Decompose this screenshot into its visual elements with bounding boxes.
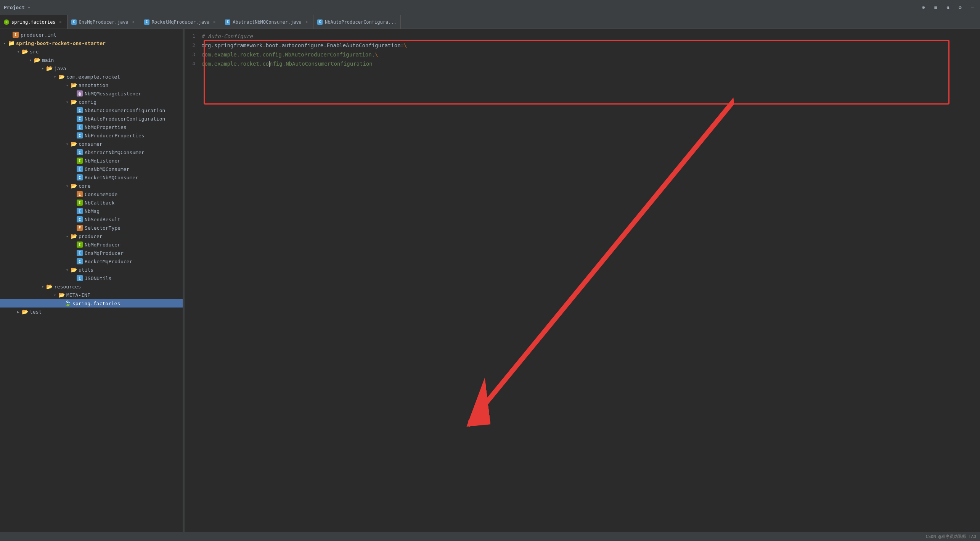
tree-item-com-example[interactable]: ▾ 📂 com.example.rocket [0,72,183,81]
tab-abstract-consumer[interactable]: C AbstractNbMQConsumer.java × [221,15,313,29]
structure-icon[interactable]: ≡ [932,4,940,11]
tree-item-NbAutoConsumerConfig[interactable]: C NbAutoConsumerConfiguration [0,106,183,114]
tree-item-SelectorType[interactable]: E SelectorType [0,224,183,232]
tree-item-OnsNbMQConsumer[interactable]: C OnsNbMQConsumer [0,165,183,173]
expand-arrow-meta[interactable]: ▾ [52,292,58,298]
expand-arrow-producer[interactable]: ▾ [64,233,70,239]
tree-item-NbMqProperties[interactable]: C NbMqProperties [0,123,183,131]
top-bar: Project ▾ ⊕ ≡ ⇅ ⚙ — [0,0,980,15]
folder-icon-producer: 📂 [70,233,77,240]
tab-nb-auto-producer[interactable]: C NbAutoProducerConfigura... [313,15,401,29]
tree-item-consumer[interactable]: ▾ 📂 consumer [0,140,183,148]
tree-item-main[interactable]: ▾ 📂 main [0,56,183,64]
JSONUtils-label: JSONUtils [85,275,111,281]
tree-item-src[interactable]: ▾ 📂 src [0,47,183,56]
tab-rocket-mq-producer[interactable]: C RocketMqProducer.java × [140,15,222,29]
annotation-label: annotation [79,82,108,88]
tree-item-producer[interactable]: ▾ 📂 producer [0,232,183,240]
tab-close-spring-factories[interactable]: × [58,19,63,25]
tree-item-NbMqListener[interactable]: I NbMqListener [0,156,183,165]
expand-arrow-com[interactable]: ▾ [52,74,58,80]
project-label[interactable]: Project [4,5,25,10]
tab-close-rocket[interactable]: × [212,19,217,25]
tree-item-NbAutoProducerConfig[interactable]: C NbAutoProducerConfiguration [0,114,183,123]
tree-item-RocketMqProducer[interactable]: C RocketMqProducer [0,257,183,266]
producer-iml-label: producer.iml [21,32,56,38]
core-label: core [79,183,90,189]
resources-label: resources [54,284,81,290]
tab-spring-factories[interactable]: ⚙ spring.factories × [0,15,67,29]
tab-close-ons[interactable]: × [131,19,136,25]
tree-item-core[interactable]: ▾ 📂 core [0,182,183,190]
tree-item-meta-inf[interactable]: ▾ 📂 META-INF [0,291,183,299]
tab-close-abstract[interactable]: × [304,19,309,25]
tree-item-java[interactable]: ▾ 📂 java [0,64,183,72]
java-icon-rocket: C [144,19,149,25]
folder-icon-config: 📂 [70,98,77,105]
class-icon-NbMqProducer: I [76,241,83,248]
project-title-area: Project ▾ [4,5,30,10]
comment-text-1: # Auto-Configure [201,33,253,39]
OnsMqProducer-label: OnsMqProducer [85,250,124,256]
tree-item-AbstractNbMQConsumer[interactable]: C AbstractNbMQConsumer [0,148,183,156]
dot-prefix-3: co [201,52,208,58]
class-icon-ConsumeMode: E [76,191,83,198]
expand-arrow-src[interactable]: ▾ [15,48,21,55]
tree-item-config[interactable]: ▾ 📂 config [0,98,183,106]
tree-item-RocketNbMQConsumer[interactable]: C RocketNbMQConsumer [0,173,183,182]
editor-content[interactable]: 1 # Auto-Configure 2 org.springframework… [185,29,980,532]
NbMQMessageListener-label: NbMQMessageListener [85,91,141,97]
expand-arrow-utils[interactable]: ▾ [64,267,70,273]
tab-ons-mq-producer[interactable]: C OnsMqProducer.java × [67,15,140,29]
tree-item-test[interactable]: ▶ 📂 test [0,308,183,316]
expand-arrow-resources[interactable]: ▾ [40,283,46,290]
expand-arrow-config[interactable]: ▾ [64,99,70,105]
expand-arrow-root[interactable]: ▾ [2,40,8,46]
tree-item-OnsMqProducer[interactable]: C OnsMqProducer [0,249,183,257]
tree-item-spring-boot-root[interactable]: ▾ 📁 spring-boot-rocket-ons-starter [0,39,183,47]
tree-item-NbSendResult[interactable]: C NbSendResult [0,215,183,224]
spring-factories-file-icon: 🍃 [64,300,71,307]
tree-item-annotation[interactable]: ▾ 📂 annotation [0,81,183,89]
expand-arrow-consumer[interactable]: ▾ [64,141,70,147]
line-content-2: org.springframework.boot.autoconfigure.E… [200,42,980,48]
RocketNbMQConsumer-label: RocketNbMQConsumer [85,175,138,180]
tree-item-producer-iml[interactable]: I producer.iml [0,31,183,39]
NbMsg-label: NbMsg [85,208,100,214]
sort-icon[interactable]: ⇅ [944,4,952,11]
expand-arrow-core[interactable]: ▾ [64,183,70,189]
tree-item-utils[interactable]: ▾ 📂 utils [0,266,183,274]
folder-icon-consumer: 📂 [70,140,77,147]
tree-item-NbMQMessageListener[interactable]: @ NbMQMessageListener [0,89,183,98]
java-icon-ons: C [71,19,77,25]
config-label: config [79,99,96,105]
expand-arrow-java[interactable]: ▾ [40,65,46,71]
tree-item-ConsumeMode[interactable]: E ConsumeMode [0,190,183,198]
line-number-1: 1 [185,33,200,39]
tree-item-NbMsg[interactable]: C NbMsg [0,207,183,215]
tree-item-resources[interactable]: ▾ 📂 resources [0,282,183,291]
expand-arrow-annotation[interactable]: ▾ [64,82,70,88]
add-icon[interactable]: ⊕ [920,4,927,11]
producer-label: producer [79,233,103,239]
tree-item-NbProducerProperties[interactable]: C NbProducerProperties [0,131,183,140]
expand-arrow-main[interactable]: ▾ [27,57,34,63]
project-dropdown-icon[interactable]: ▾ [28,5,31,10]
tree-item-spring-factories-file[interactable]: 🍃 spring.factories [0,299,183,308]
tree-item-NbMqProducer[interactable]: I NbMqProducer [0,240,183,249]
code-line-2: 2 org.springframework.boot.autoconfigure… [185,42,980,51]
class-icon-NbSendResult: C [76,216,83,223]
class-icon-JSONUtils: C [76,275,83,282]
settings-icon[interactable]: ⚙ [956,4,964,11]
minimize-icon[interactable]: — [969,4,976,11]
tree-item-JSONUtils[interactable]: C JSONUtils [0,274,183,282]
annotation-arrow [185,29,980,532]
config-key-2: org.springframework.boot.autoconfigure.E… [201,42,401,48]
line-content-3: com.example.rocket.config.NbAutoProducer… [200,52,980,58]
tree-item-NbCallback[interactable]: I NbCallback [0,198,183,207]
expand-arrow-test[interactable]: ▶ [15,309,21,315]
class-icon-SelectorType: E [76,224,83,231]
tab-bar: ⚙ spring.factories × C OnsMqProducer.jav… [0,15,980,29]
line-content-1: # Auto-Configure [200,33,980,39]
RocketMqProducer-label: RocketMqProducer [85,259,132,264]
